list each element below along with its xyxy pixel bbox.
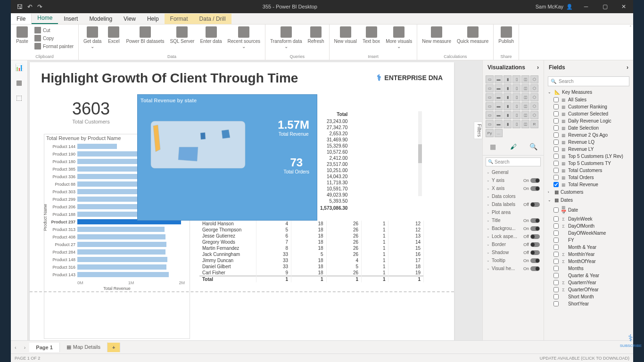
prev-page-icon[interactable]: ‹ xyxy=(11,345,20,350)
report-view-icon[interactable]: 📊 xyxy=(15,63,24,72)
update-link[interactable]: UPDATE AVAILABLE (CLICK TO DOWNLOAD) xyxy=(540,356,629,361)
visual-type-icon[interactable]: ▭ xyxy=(486,102,494,110)
field-checkbox[interactable] xyxy=(553,182,559,187)
field-checkbox[interactable] xyxy=(553,266,559,271)
visual-type-icon[interactable]: ◫ xyxy=(521,75,529,83)
visual-type-icon[interactable]: ▭ xyxy=(486,84,494,92)
field-item[interactable]: ▦Revenue 2 Qs Ago xyxy=(544,132,633,139)
visual-type-icon[interactable]: ⬡ xyxy=(530,75,538,83)
minimize-button[interactable]: ─ xyxy=(577,0,595,13)
tab-file[interactable]: File xyxy=(11,14,32,24)
field-checkbox[interactable] xyxy=(553,301,559,306)
next-page-icon[interactable]: › xyxy=(20,345,30,350)
visual-type-icon[interactable]: ▬ xyxy=(495,93,503,101)
tab-help[interactable]: Help xyxy=(141,14,165,24)
field-table[interactable]: ⌄▦Dates xyxy=(544,196,633,204)
field-item[interactable]: ▦Top 5 Customers TY xyxy=(544,160,633,167)
excel-button[interactable]: Excel xyxy=(105,25,122,45)
visual-type-icon[interactable]: ◫ xyxy=(521,102,529,110)
bar-row[interactable]: Product 143 xyxy=(77,271,190,278)
field-checkbox[interactable] xyxy=(553,287,559,292)
format-section[interactable]: ⌄Backgrou...On xyxy=(483,224,544,232)
field-checkbox[interactable] xyxy=(553,216,559,222)
visual-type-icon[interactable]: ▯ xyxy=(512,111,520,119)
field-checkbox[interactable] xyxy=(553,294,559,299)
scrollbar[interactable] xyxy=(418,111,422,196)
transform-data-button[interactable]: Transform data⌄ xyxy=(268,25,304,50)
bar-row[interactable]: Product 313 xyxy=(77,226,190,233)
visual-type-icon[interactable]: Py xyxy=(486,129,494,137)
fields-search[interactable]: Search xyxy=(548,76,629,86)
quick-measure-button[interactable]: Quick measure xyxy=(455,25,490,45)
field-item[interactable]: ▦Revenue LQ xyxy=(544,139,633,146)
visual-type-icon[interactable]: ▬ xyxy=(495,75,503,83)
field-item[interactable]: Month & Year xyxy=(544,244,633,251)
analytics-mode-icon[interactable]: 🔍 xyxy=(528,141,539,152)
enter-data-button[interactable]: Enter data xyxy=(198,25,223,45)
redo-icon[interactable]: ↷ xyxy=(37,3,42,10)
visual-type-icon[interactable]: ▬ xyxy=(495,84,503,92)
field-item[interactable]: ΣDayInWeek xyxy=(544,215,633,222)
format-section[interactable]: ⌄Plot area xyxy=(483,208,544,216)
table-row[interactable]: George Thompson51826112 xyxy=(199,227,424,233)
new-measure-button[interactable]: New measure xyxy=(420,25,453,45)
field-item[interactable]: ΣDayOfMonth xyxy=(544,222,633,230)
field-item[interactable]: ShortYear xyxy=(544,300,633,307)
format-search[interactable]: Search xyxy=(486,157,541,166)
visual-type-icon[interactable]: ▭ xyxy=(486,111,494,119)
field-checkbox[interactable] xyxy=(553,223,559,229)
field-item[interactable]: ΣQuarternYear xyxy=(544,279,633,286)
field-item[interactable]: ▦Customer Selected xyxy=(544,110,633,117)
field-checkbox[interactable] xyxy=(553,175,559,180)
field-item[interactable]: ▦Total Customers xyxy=(544,167,633,174)
field-checkbox[interactable] xyxy=(553,132,559,138)
data-table[interactable]: Harold Hanson41826112George Thompson5182… xyxy=(199,221,424,282)
pbi-datasets-button[interactable]: Power BI datasets xyxy=(124,25,166,45)
card-total-customers[interactable]: 3603 Total Customers xyxy=(72,99,110,124)
field-item[interactable]: ▦📅Date xyxy=(544,204,633,215)
publish-button[interactable]: Publish xyxy=(496,25,516,45)
table-row[interactable]: Martin Fernandez81826115 xyxy=(199,245,424,251)
cut-button[interactable]: Cut xyxy=(33,26,75,34)
bar-row[interactable]: Product 316 xyxy=(77,263,190,271)
visual-type-icon[interactable]: ▬ xyxy=(495,102,503,110)
more-visuals-button[interactable]: More visuals⌄ xyxy=(384,25,414,50)
field-checkbox[interactable] xyxy=(553,168,559,173)
sql-server-button[interactable]: SQL Server xyxy=(168,25,197,45)
field-checkbox[interactable] xyxy=(553,111,559,116)
format-mode-icon[interactable]: 🖌 xyxy=(508,141,519,152)
visual-type-icon[interactable]: ◫ xyxy=(521,93,529,101)
field-item[interactable]: ΣMonthOfYear xyxy=(544,258,633,265)
model-view-icon[interactable]: ⬚ xyxy=(15,93,24,102)
refresh-button[interactable]: Refresh xyxy=(306,25,326,45)
tab-modeling[interactable]: Modeling xyxy=(83,14,118,24)
visual-type-icon[interactable]: ▭ xyxy=(486,75,494,83)
field-checkbox[interactable] xyxy=(553,259,559,264)
field-item[interactable]: ΣMonthInYear xyxy=(544,251,633,258)
field-item[interactable]: ▦Customer Ranking xyxy=(544,103,633,110)
visual-type-icon[interactable]: ⬡ xyxy=(530,111,538,119)
visual-type-icon[interactable]: ◫ xyxy=(521,120,529,128)
visual-type-icon[interactable]: ⬡ xyxy=(530,102,538,110)
table-row[interactable]: Harold Hanson41826112 xyxy=(199,221,424,227)
fields-mode-icon[interactable]: ▦ xyxy=(487,141,499,152)
visual-type-icon[interactable]: ▮ xyxy=(504,111,512,119)
field-item[interactable]: ▦Total Revenue xyxy=(544,181,633,188)
close-button[interactable]: ✕ xyxy=(614,0,633,13)
visual-type-icon[interactable]: ◫ xyxy=(521,84,529,92)
visual-type-icon[interactable]: ▯ xyxy=(512,93,520,101)
table-row[interactable]: Jimmy Duncan33184117 xyxy=(199,257,424,263)
tab-data-drill[interactable]: Data / Drill xyxy=(194,14,231,24)
copy-button[interactable]: Copy xyxy=(33,34,75,42)
format-section[interactable]: ⌄BorderOff xyxy=(483,240,544,248)
visual-type-icon[interactable]: ▭ xyxy=(486,93,494,101)
format-section[interactable]: ⌄Lock aspe...Off xyxy=(483,232,544,240)
visual-type-icon[interactable]: … xyxy=(495,129,503,137)
visual-type-icon[interactable]: ▮ xyxy=(504,93,512,101)
table-row[interactable]: Jack Cunningham33526116 xyxy=(199,251,424,257)
field-item[interactable]: ▦All Sales xyxy=(544,96,633,103)
add-page-button[interactable]: + xyxy=(107,343,120,352)
visual-type-icon[interactable]: R xyxy=(530,120,538,128)
visual-type-icon[interactable]: ⬡ xyxy=(530,93,538,101)
tab-home[interactable]: Home xyxy=(32,13,58,24)
